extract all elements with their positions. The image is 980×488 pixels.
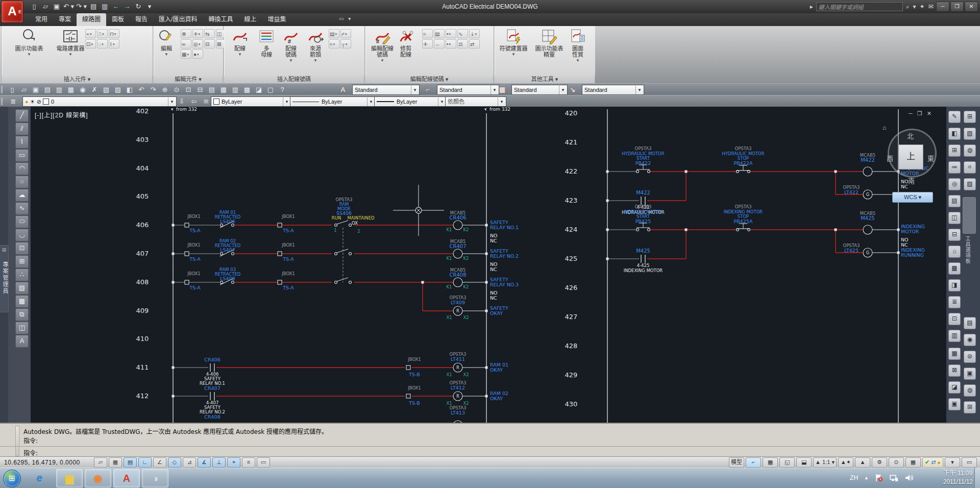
dwg-close-icon[interactable]: ✕ [927,110,932,117]
draw-tool-13[interactable]: ▨ [15,282,29,295]
language-indicator[interactable]: ZH [850,474,858,481]
palette-tool-3[interactable]: ⌗ [964,161,976,174]
status-toggle-10[interactable]: ≡ [242,457,255,468]
tab-匯入/匯出資料[interactable]: 匯入/匯出資料 [153,13,203,26]
draw-tool-11[interactable]: ⊞ [15,255,29,268]
ribbon-small-button[interactable]: ∿ [457,29,468,38]
ribbon-minimize-icon[interactable]: ▭ ▾ [339,16,352,21]
std-toolbar-icon-15[interactable]: ⊡ [183,85,193,94]
ribbon-small-button[interactable]: ⌁▾ [85,29,96,38]
status-toggle-3[interactable]: ∟ [138,457,152,468]
tab-常用[interactable]: 常用 [30,13,53,26]
annotation-icon-1[interactable]: ▲ [855,457,870,468]
tab-增益集[interactable]: 增益集 [262,13,291,26]
ribbon-small-button[interactable]: ⊓▾ [109,29,119,38]
clean-screen-button[interactable]: ▭ [962,457,977,468]
draw-tool-17[interactable]: A [15,335,29,348]
ribbon-button-符號建置器[interactable]: 符號建置器▼ [496,28,531,58]
right-tool-9[interactable]: ▩ [948,262,961,275]
ribbon-small-button[interactable]: ⎍▾ [97,29,108,38]
right-tool-1[interactable]: ◧ [948,128,961,140]
std-toolbar-icon-2[interactable]: ▣ [31,85,41,94]
palette-tool-b-5[interactable]: ⊞ [964,401,976,413]
std-toolbar-icon-17[interactable]: ▤ [207,85,217,94]
right-tool-3[interactable]: ≔ [948,161,961,174]
speaker-icon[interactable] [904,474,914,482]
ribbon-small-button[interactable]: ⌿▾ [340,29,351,38]
ribbon-button-修剪配線[interactable]: 修剪 配線 [388,28,423,58]
ribbon-small-button[interactable]: ⚖ [457,39,468,48]
subscription-icon[interactable]: ✦ [919,3,924,10]
std-toolbar-icon-13[interactable]: ⊕ [160,85,170,94]
ribbon-small-button[interactable]: ⇣▾ [469,29,480,38]
layer-dropdown[interactable]: ● ☀ ⊘ 0▼ [22,96,177,107]
tab-轉換工具[interactable]: 轉換工具 [203,13,238,26]
std-toolbar-icon-21[interactable]: ◪ [254,85,264,94]
right-tool-5[interactable]: ▤ [948,195,961,207]
ribbon-button-圖面性質[interactable]: 圖面 性質▼ [560,28,595,64]
sync-status-icon[interactable]: ⇄ [931,459,936,466]
draw-tool-6[interactable]: ☁ [15,189,29,202]
viewcube-north-label[interactable]: 北 [907,131,914,140]
viewcube-west-label[interactable]: 西 [887,153,893,163]
status-toggle-2[interactable]: ▤ [124,457,137,468]
ribbon-small-button[interactable]: ▤ [434,29,445,38]
project-manager-tab[interactable]: ▤ 專案管理員 [0,245,9,312]
draw-tool-9[interactable]: ◡ [15,229,29,241]
layer-properties-icon[interactable]: ≣ [8,96,18,106]
command-prompt[interactable]: 指令: [23,448,38,457]
std-toolbar-icon-8[interactable]: ▧ [101,85,111,94]
ribbon-button-編輯[interactable]: 編輯▼ [149,28,184,58]
right-tool-11[interactable]: ≣ [948,296,961,308]
right-tool-8[interactable]: ⌂ [948,246,961,258]
status-toggle-7[interactable]: ∡ [198,457,211,468]
draw-tool-15[interactable]: ⧉ [15,308,29,321]
show-desktop-button[interactable] [974,468,980,488]
right-tool-13[interactable]: ▥ [948,330,961,342]
layer-states-icon[interactable]: ≌ [201,96,211,106]
draw-tool-1[interactable]: ⫽ [15,123,29,135]
status-toggle-5[interactable]: ◇ [168,457,181,468]
linetype-dropdown[interactable]: ByLayer▼ [290,96,376,107]
ribbon-small-button[interactable]: ↔ [434,39,445,48]
ribbon-small-button[interactable]: ▦▾ [181,50,191,59]
style-dropdown-3[interactable]: Standard▼ [582,85,644,95]
ribbon-small-button[interactable]: ┬▾ [340,39,351,48]
workspace-gear-icon[interactable]: ⚙ [872,457,887,468]
status-toggle-4[interactable]: ∠ [153,457,166,468]
ribbon-small-button[interactable]: •▾ [446,39,456,48]
hardware-accel-icon[interactable]: ▦ [905,457,921,468]
style-dropdown-2[interactable]: Standard▼ [511,85,568,95]
draw-tool-0[interactable]: ╱ [15,109,29,122]
ribbon-small-button[interactable]: ▤▾ [329,29,339,38]
taskbar-clock[interactable]: 下午 11:09 2011/11/12 [943,469,973,486]
taskbar-ie-icon[interactable]: e [27,469,52,486]
std-toolbar-icon-19[interactable]: ▥ [230,85,240,94]
right-tool-6[interactable]: ◫ [948,212,961,224]
annotation-icon-0[interactable]: ▲✦ [838,457,853,468]
viewport-controls[interactable]: [-][上][2D 線架構] [35,110,88,119]
std-toolbar-icon-16[interactable]: ⊟ [195,85,205,94]
right-tool-b-0[interactable]: ▦ [948,348,961,360]
std-toolbar-icon-7[interactable]: ✗ [89,85,100,94]
ribbon-small-button[interactable]: •▾ [446,29,456,38]
plotstyle-dropdown[interactable]: 依顏色▼ [445,96,506,107]
ribbon-small-button[interactable]: ⊟ [204,39,215,48]
taskbar-autocad-icon[interactable]: A [113,469,140,487]
std-toolbar-icon-5[interactable]: ▦ [66,85,76,94]
taskbar-wmp-icon[interactable]: ◉ [85,469,111,487]
tab-面板[interactable]: 面板 [106,13,130,26]
ribbon-small-button[interactable]: ◌▾ [97,39,108,48]
layer-previous-icon[interactable]: ⇦ [189,96,199,106]
status-toggle-11[interactable]: ▭ [257,457,270,468]
ribbon-small-button[interactable]: ✛ [422,39,433,48]
std-toolbar-icon-9[interactable]: ▨ [113,85,123,94]
action-center-flag-icon[interactable] [875,474,883,482]
taskbar-paint-icon[interactable]: ◑ [142,469,168,487]
ribbon-button-電路建置器[interactable]: 電路建置器▼ [53,28,88,58]
layout-quickview-icon-3[interactable]: ⬓ [796,457,812,468]
command-line-panel[interactable]: Autodesk DWG。該檔案是 TrustedDWG，上一次由 Autode… [0,423,980,457]
draw-tool-8[interactable]: ⬭ [15,215,29,228]
mleader-style-icon[interactable]: ↘ [568,85,578,94]
tab-報告[interactable]: 報告 [130,13,153,26]
